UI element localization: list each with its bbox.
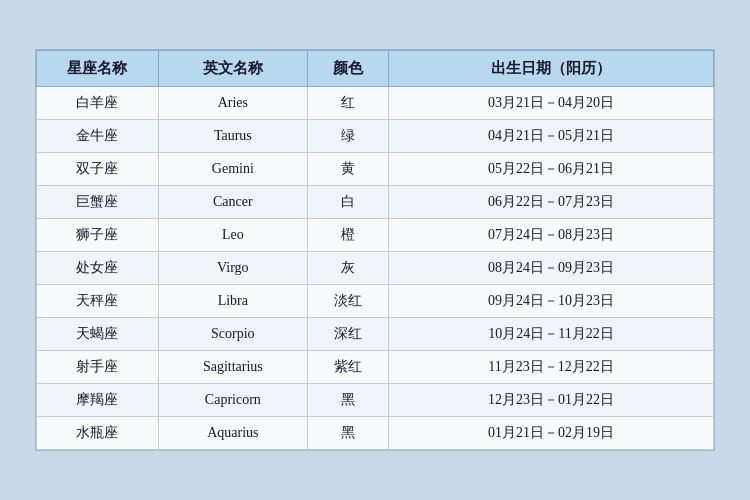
cell-chinese: 水瓶座 <box>37 417 159 450</box>
cell-english: Sagittarius <box>158 351 307 384</box>
table-header-row: 星座名称 英文名称 颜色 出生日期（阳历） <box>37 51 714 87</box>
cell-english: Aries <box>158 87 307 120</box>
cell-english: Taurus <box>158 120 307 153</box>
header-color: 颜色 <box>307 51 388 87</box>
cell-english: Libra <box>158 285 307 318</box>
cell-date: 03月21日－04月20日 <box>389 87 714 120</box>
cell-english: Leo <box>158 219 307 252</box>
cell-english: Scorpio <box>158 318 307 351</box>
cell-color: 黑 <box>307 417 388 450</box>
cell-color: 白 <box>307 186 388 219</box>
cell-chinese: 狮子座 <box>37 219 159 252</box>
cell-english: Virgo <box>158 252 307 285</box>
cell-chinese: 双子座 <box>37 153 159 186</box>
cell-color: 深红 <box>307 318 388 351</box>
cell-date: 05月22日－06月21日 <box>389 153 714 186</box>
table-row: 金牛座Taurus绿04月21日－05月21日 <box>37 120 714 153</box>
table-row: 水瓶座Aquarius黑01月21日－02月19日 <box>37 417 714 450</box>
cell-color: 灰 <box>307 252 388 285</box>
table-row: 天秤座Libra淡红09月24日－10月23日 <box>37 285 714 318</box>
zodiac-table: 星座名称 英文名称 颜色 出生日期（阳历） 白羊座Aries红03月21日－04… <box>36 50 714 450</box>
cell-chinese: 天秤座 <box>37 285 159 318</box>
cell-date: 04月21日－05月21日 <box>389 120 714 153</box>
cell-date: 07月24日－08月23日 <box>389 219 714 252</box>
cell-english: Capricorn <box>158 384 307 417</box>
table-row: 巨蟹座Cancer白06月22日－07月23日 <box>37 186 714 219</box>
table-row: 双子座Gemini黄05月22日－06月21日 <box>37 153 714 186</box>
header-chinese: 星座名称 <box>37 51 159 87</box>
table-row: 狮子座Leo橙07月24日－08月23日 <box>37 219 714 252</box>
cell-chinese: 白羊座 <box>37 87 159 120</box>
cell-chinese: 摩羯座 <box>37 384 159 417</box>
cell-date: 09月24日－10月23日 <box>389 285 714 318</box>
cell-color: 黑 <box>307 384 388 417</box>
cell-chinese: 天蝎座 <box>37 318 159 351</box>
cell-color: 黄 <box>307 153 388 186</box>
cell-date: 06月22日－07月23日 <box>389 186 714 219</box>
cell-color: 紫红 <box>307 351 388 384</box>
cell-english: Gemini <box>158 153 307 186</box>
cell-color: 绿 <box>307 120 388 153</box>
cell-chinese: 处女座 <box>37 252 159 285</box>
table-row: 白羊座Aries红03月21日－04月20日 <box>37 87 714 120</box>
table-row: 处女座Virgo灰08月24日－09月23日 <box>37 252 714 285</box>
cell-color: 红 <box>307 87 388 120</box>
cell-english: Cancer <box>158 186 307 219</box>
cell-date: 10月24日－11月22日 <box>389 318 714 351</box>
zodiac-table-container: 星座名称 英文名称 颜色 出生日期（阳历） 白羊座Aries红03月21日－04… <box>35 49 715 451</box>
table-row: 射手座Sagittarius紫红11月23日－12月22日 <box>37 351 714 384</box>
cell-english: Aquarius <box>158 417 307 450</box>
cell-color: 橙 <box>307 219 388 252</box>
cell-date: 11月23日－12月22日 <box>389 351 714 384</box>
cell-date: 01月21日－02月19日 <box>389 417 714 450</box>
table-row: 摩羯座Capricorn黑12月23日－01月22日 <box>37 384 714 417</box>
cell-chinese: 金牛座 <box>37 120 159 153</box>
header-english: 英文名称 <box>158 51 307 87</box>
cell-chinese: 射手座 <box>37 351 159 384</box>
cell-date: 08月24日－09月23日 <box>389 252 714 285</box>
cell-date: 12月23日－01月22日 <box>389 384 714 417</box>
cell-chinese: 巨蟹座 <box>37 186 159 219</box>
table-row: 天蝎座Scorpio深红10月24日－11月22日 <box>37 318 714 351</box>
header-date: 出生日期（阳历） <box>389 51 714 87</box>
cell-color: 淡红 <box>307 285 388 318</box>
